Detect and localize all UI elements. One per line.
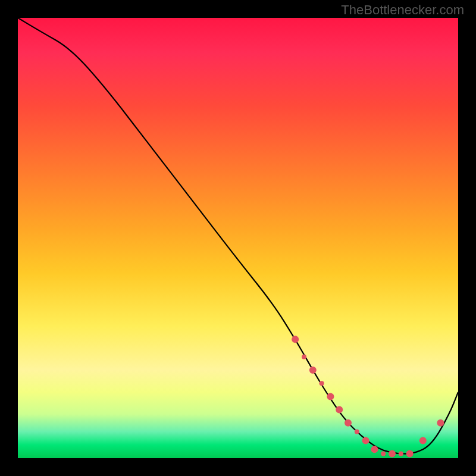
gradient-background — [18, 18, 458, 458]
plot-area — [18, 18, 458, 458]
chart-container: TheBottlenecker.com — [0, 0, 476, 476]
watermark-text: TheBottlenecker.com — [341, 2, 464, 18]
